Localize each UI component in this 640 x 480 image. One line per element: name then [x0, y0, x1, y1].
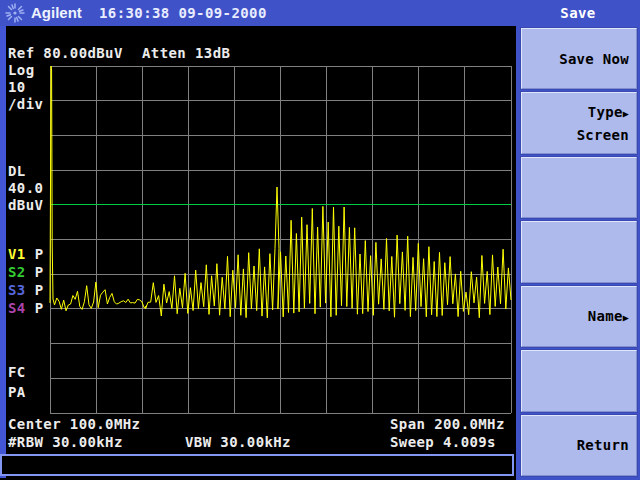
softkey-label: Type▶: [588, 104, 629, 120]
sweep-label: Sweep 4.009s: [390, 434, 496, 450]
trace-v1: [50, 66, 511, 318]
softkey-name[interactable]: Name▶: [521, 286, 637, 347]
freq-correction-indicator: FC: [8, 364, 26, 380]
trace-mode: P: [26, 264, 44, 280]
menu-title: Save: [516, 5, 640, 21]
display-line-unit: dBuV: [8, 197, 43, 213]
trace-name: S4: [8, 300, 26, 316]
submenu-arrow-icon: ▶: [623, 312, 629, 323]
trace-indicator-v1: V1P: [8, 246, 44, 264]
title-bar: Agilent 16:30:38 09-09-2000 Save: [0, 0, 640, 26]
center-freq-label: Center 100.0MHz: [8, 416, 140, 432]
trace-indicator-s2: S2P: [8, 264, 44, 282]
preamp-indicator: PA: [8, 384, 26, 400]
softkey-label: Return: [577, 437, 629, 453]
softkey-return[interactable]: Return: [521, 415, 637, 476]
softkey-blank-2[interactable]: [521, 221, 637, 282]
trace-legend: V1PS2PS3PS4P: [8, 246, 44, 318]
trace-indicator-s4: S4P: [8, 300, 44, 318]
vbw-label: VBW 30.00kHz: [185, 434, 291, 450]
display-line-label: DL: [8, 163, 26, 179]
softkey-type[interactable]: Type▶Screen: [521, 92, 637, 153]
attenuation-label: Atten 13dB: [142, 45, 230, 61]
message-bar: [0, 454, 514, 476]
trace-mode: P: [26, 282, 44, 298]
agilent-logo-icon: [4, 2, 26, 24]
datetime-label: 16:30:38 09-09-2000: [99, 5, 267, 21]
span-label: Span 200.0MHz: [390, 416, 505, 432]
scale-type-label: Log: [8, 62, 35, 78]
scale-value-label: 10: [8, 79, 26, 95]
trace-name: S2: [8, 264, 26, 280]
softkey-blank-1[interactable]: [521, 157, 637, 218]
trace-indicator-s3: S3P: [8, 282, 44, 300]
submenu-arrow-icon: ▶: [623, 108, 629, 119]
rbw-label: #RBW 30.00kHz: [8, 434, 123, 450]
softkey-label: Name▶: [588, 308, 629, 324]
display-line-value: 40.0: [8, 180, 43, 196]
softkey-label: Screen: [577, 127, 629, 143]
softkey-menu: Save NowType▶ScreenName▶Return: [516, 26, 640, 480]
scale-unit-label: /div: [8, 96, 43, 112]
softkey-blank-3[interactable]: [521, 350, 637, 411]
softkey-label: Save Now: [559, 51, 629, 67]
trace-name: V1: [8, 246, 26, 262]
trace-name: S3: [8, 282, 26, 298]
trace-mode: P: [26, 300, 44, 316]
left-edge-strip: [0, 26, 6, 478]
softkey-save-now[interactable]: Save Now: [521, 28, 637, 89]
brand-label: Agilent: [31, 4, 82, 21]
graticule-grid: [50, 66, 511, 413]
analyzer-screen: Agilent 16:30:38 09-09-2000 Save Ref 80.…: [0, 0, 640, 480]
trace-mode: P: [26, 246, 44, 262]
ref-level-label: Ref 80.00dBuV: [8, 45, 123, 61]
